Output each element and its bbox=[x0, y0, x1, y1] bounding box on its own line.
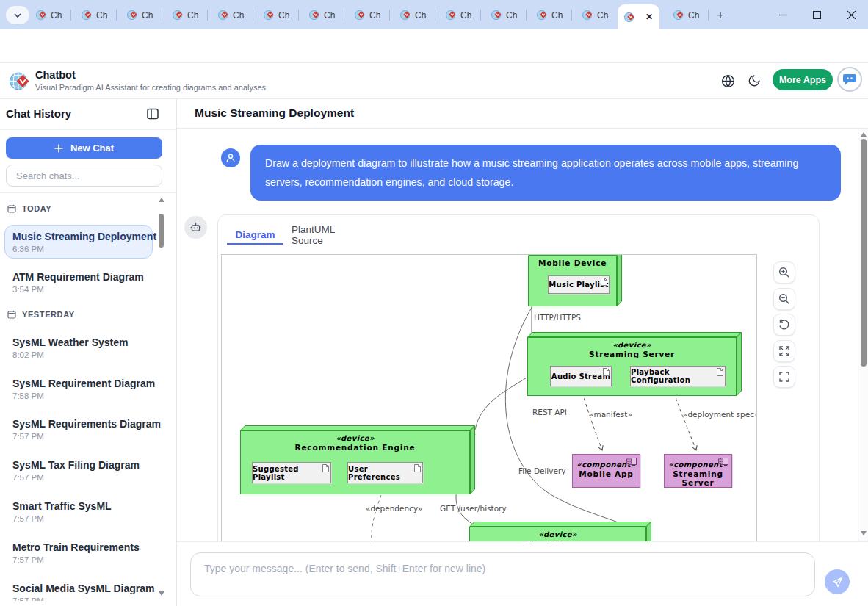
node-streaming-server[interactable]: «device» Streaming Server Audio Stream P… bbox=[527, 332, 742, 396]
chatbot-widget-button[interactable] bbox=[837, 67, 862, 92]
tab-diagram[interactable]: Diagram bbox=[227, 226, 283, 245]
section-header-today: TODAY bbox=[7, 204, 51, 213]
component-mobile-app[interactable]: «component» Mobile App bbox=[572, 454, 640, 488]
visual-paradigm-favicon bbox=[355, 10, 366, 21]
app-subtitle: Visual Paradigm AI Assistant for creatin… bbox=[35, 83, 266, 92]
globe-icon bbox=[721, 74, 735, 88]
chat-item[interactable]: Smart Traffic SysML 7:57 PM bbox=[4, 494, 153, 524]
chat-item[interactable]: SysML Requirement Diagram 7:58 PM bbox=[4, 372, 153, 401]
browser-window: Ch Ch Ch Ch Ch Ch Ch Ch Ch Ch Ch Ch Ch ✕… bbox=[0, 0, 868, 606]
tab-separator bbox=[253, 10, 253, 21]
chat-item[interactable]: SysML Tax Filing Diagram 7:57 PM bbox=[4, 453, 153, 483]
reset-view-button[interactable] bbox=[773, 314, 795, 336]
chat-area: Draw a deployment diagram to illustrate … bbox=[177, 129, 868, 541]
browser-tab[interactable]: Ch bbox=[211, 6, 256, 24]
dark-mode-button[interactable] bbox=[746, 73, 762, 89]
browser-tab[interactable]: Ch bbox=[485, 6, 529, 24]
calendar-icon bbox=[7, 310, 16, 319]
artifact-playback-configuration[interactable]: Playback Configuration bbox=[630, 366, 726, 386]
artifact-music-playlist[interactable]: Music Playlist bbox=[548, 275, 610, 294]
more-apps-button[interactable]: More Apps bbox=[773, 69, 833, 90]
artifact-audio-stream[interactable]: Audio Stream bbox=[550, 366, 612, 386]
browser-tab[interactable]: Ch bbox=[75, 6, 120, 24]
artifact-document-icon bbox=[601, 278, 607, 286]
tab-search-button[interactable] bbox=[6, 6, 29, 24]
tab-close-icon[interactable]: ✕ bbox=[645, 12, 653, 22]
zoom-out-button[interactable] bbox=[773, 288, 795, 310]
node-cloud-storage[interactable]: «device» Cloud Storage bbox=[469, 522, 651, 541]
tab-separator bbox=[708, 10, 709, 21]
sidebar-collapse-button[interactable] bbox=[145, 107, 160, 121]
chat-item[interactable]: Metro Train Requirements 7:57 PM bbox=[4, 535, 153, 565]
new-chat-button[interactable]: New Chat bbox=[6, 137, 162, 159]
chat-item[interactable]: SysML Requirements Diagram 7:57 PM bbox=[4, 412, 153, 441]
browser-tab[interactable]: Ch bbox=[166, 6, 211, 24]
edge-label-get-history: GET /user/history bbox=[440, 504, 507, 513]
zoom-out-icon bbox=[778, 293, 790, 305]
component-streaming-server[interactable]: «component» Streaming Server bbox=[664, 454, 732, 488]
artifact-document-icon bbox=[414, 464, 421, 472]
scroll-down-icon[interactable] bbox=[861, 531, 867, 535]
conversation-titlebar: Music Streaming Deployment bbox=[177, 99, 868, 129]
zoom-in-button[interactable] bbox=[773, 261, 795, 284]
fullscreen-button[interactable] bbox=[773, 366, 795, 388]
node-mobile-device[interactable]: Mobile Device Music Playlist bbox=[528, 254, 622, 306]
browser-tab-active[interactable]: ✕ bbox=[618, 4, 659, 29]
zoom-in-icon bbox=[778, 267, 790, 278]
scroll-up-icon[interactable] bbox=[861, 132, 867, 137]
scrollbar-thumb[interactable] bbox=[861, 139, 867, 367]
browser-tab[interactable]: Ch bbox=[29, 6, 74, 24]
chat-item[interactable]: Social Media SysML Diagram 7:57 PM bbox=[4, 577, 153, 601]
tab-plantuml-source[interactable]: PlantUML Source bbox=[292, 226, 366, 245]
browser-tab[interactable]: Ch bbox=[257, 6, 302, 24]
browser-tab[interactable]: Ch bbox=[348, 6, 393, 24]
artifact-suggested-playlist[interactable]: Suggested Playlist bbox=[252, 462, 331, 483]
chat-history-list: TODAY Music Streaming Deployment 6:36 PM… bbox=[0, 192, 176, 601]
browser-tab[interactable]: Ch bbox=[576, 6, 621, 24]
browser-tab[interactable]: Ch bbox=[303, 6, 347, 24]
robot-icon bbox=[189, 221, 202, 234]
chat-item[interactable]: SysML Weather System 8:02 PM bbox=[4, 331, 153, 360]
edge-label-rest-api: REST API bbox=[532, 408, 567, 416]
window-maximize-button[interactable] bbox=[800, 0, 833, 29]
fit-screen-button[interactable] bbox=[773, 340, 795, 362]
search-input[interactable] bbox=[6, 165, 162, 187]
bot-avatar bbox=[184, 216, 207, 239]
sidebar-header: Chat History bbox=[0, 99, 176, 130]
visual-paradigm-favicon bbox=[446, 10, 457, 21]
window-close-button[interactable] bbox=[834, 0, 868, 29]
node-stereotype: «device» bbox=[470, 530, 645, 538]
chat-item-selected[interactable]: Music Streaming Deployment 6:36 PM bbox=[4, 225, 153, 259]
user-message-bubble: Draw a deployment diagram to illustrate … bbox=[250, 145, 841, 201]
diagram-canvas[interactable]: Mobile Device Music Playlist «device» St… bbox=[221, 254, 757, 541]
browser-tab[interactable]: Ch bbox=[394, 6, 438, 24]
panel-toggle-icon bbox=[147, 108, 159, 120]
new-tab-button[interactable]: + bbox=[711, 6, 730, 24]
node-recommendation-engine[interactable]: «device» Recommendation Engine Suggested… bbox=[240, 425, 475, 494]
send-button[interactable] bbox=[825, 569, 850, 594]
browser-tab[interactable]: Ch bbox=[120, 6, 165, 24]
conversation-title: Music Streaming Deployment bbox=[195, 107, 354, 120]
window-minimize-button[interactable] bbox=[766, 0, 800, 29]
artifact-document-icon bbox=[603, 368, 610, 376]
browser-tab[interactable]: Ch bbox=[439, 6, 484, 24]
scroll-down-icon[interactable] bbox=[159, 591, 164, 596]
artifact-user-preferences[interactable]: User Preferences bbox=[347, 462, 423, 483]
edge-label-file-delivery: File Delivery bbox=[518, 466, 566, 475]
scrollbar-thumb[interactable] bbox=[159, 214, 164, 248]
chat-bubble-icon bbox=[842, 73, 857, 86]
tab-separator bbox=[116, 10, 117, 21]
browser-tab[interactable]: Ch bbox=[667, 6, 712, 24]
visual-paradigm-favicon bbox=[582, 10, 593, 21]
sidebar-scrollbar[interactable] bbox=[157, 195, 166, 601]
language-button[interactable] bbox=[720, 73, 736, 89]
user-avatar bbox=[221, 148, 240, 167]
moon-icon bbox=[748, 74, 761, 87]
chat-item[interactable]: ATM Requirement Diagram 3:54 PM bbox=[4, 265, 153, 295]
browser-tab[interactable]: Ch bbox=[530, 6, 575, 24]
chevron-down-icon bbox=[14, 13, 21, 18]
edge-label-deployment-spec: «deployment spec» bbox=[683, 410, 757, 419]
message-input[interactable] bbox=[190, 552, 815, 596]
scroll-up-icon[interactable] bbox=[159, 198, 164, 202]
chat-scrollbar[interactable] bbox=[858, 129, 868, 541]
